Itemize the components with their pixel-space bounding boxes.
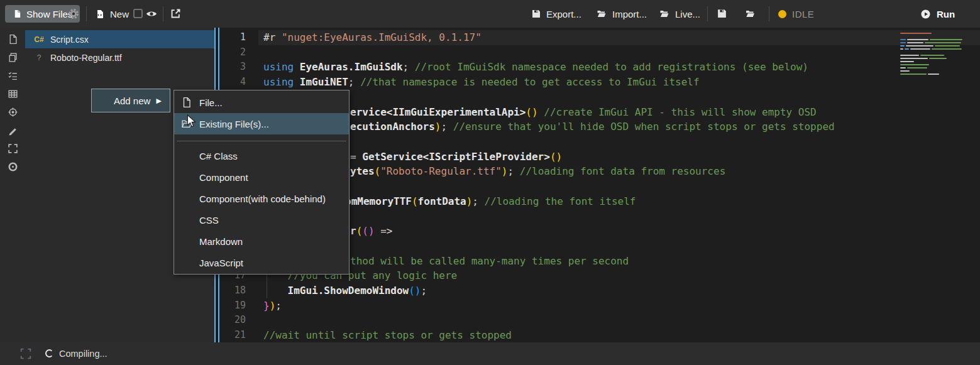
- code-line[interactable]: ImGui.ShowDemoWindow();: [219, 283, 980, 298]
- code-token: (): [550, 151, 562, 163]
- status-label: IDLE: [792, 9, 814, 19]
- file-row[interactable]: C#Script.csx: [25, 30, 214, 48]
- submenu-arrow-icon: ▶: [157, 97, 162, 105]
- add-new-label: Add new: [114, 95, 150, 106]
- add-new-menu-item[interactable]: Add new ▶: [91, 89, 170, 112]
- spinner-icon: [45, 349, 53, 357]
- code-token: ervice<IImGuiExperimentalApi>: [350, 106, 526, 118]
- play-circle-icon: [920, 9, 931, 19]
- menu-item-label: Markdown: [199, 236, 243, 247]
- activity-strip: [0, 28, 25, 342]
- code-line[interactable]: using ImGuiNET; //that namespace is need…: [219, 75, 980, 90]
- live-button[interactable]: Live...: [659, 0, 700, 28]
- code-token: (: [412, 195, 418, 207]
- code-token: //loading font data from resources: [514, 165, 725, 177]
- run-button[interactable]: Run: [920, 0, 955, 28]
- code-token: ): [435, 121, 441, 133]
- code-token: =: [350, 151, 362, 163]
- code-token: ;: [472, 195, 478, 207]
- code-line[interactable]: #r "nuget:EyeAuras.ImGuiSdk, 0.1.17": [219, 30, 980, 45]
- code-token: //create ImGui API - this will show empt…: [538, 106, 817, 118]
- code-token: }: [263, 300, 270, 312]
- folder-open-icon[interactable]: [744, 9, 756, 19]
- toolbar-divider: [769, 6, 769, 21]
- code-token: ): [466, 195, 473, 207]
- menu-item[interactable]: Existing File(s)...: [174, 113, 349, 134]
- menu-item[interactable]: Markdown: [174, 231, 349, 252]
- grid-icon[interactable]: [8, 89, 18, 99]
- toolbar-divider: [86, 6, 87, 21]
- menu-item-label: File...: [199, 97, 223, 108]
- file-name: Script.csx: [50, 35, 89, 45]
- code-token: ytes: [350, 165, 375, 177]
- code-token: ;: [275, 300, 282, 312]
- status-indicator: IDLE: [778, 0, 814, 28]
- code-token: omMemoryTTF: [345, 195, 412, 207]
- gear-icon[interactable]: [68, 8, 79, 19]
- menu-item[interactable]: Component: [174, 166, 349, 188]
- folder-open-icon: [596, 9, 607, 19]
- file-name: Roboto-Regular.ttf: [50, 53, 122, 63]
- file-icon[interactable]: [8, 34, 18, 45]
- code-token: #r: [263, 31, 282, 43]
- toggle-checkbox[interactable]: [133, 9, 143, 18]
- menu-item-label: Component(with code-behind): [199, 193, 326, 204]
- import-button[interactable]: Import...: [596, 0, 647, 28]
- live-label: Live...: [675, 9, 700, 19]
- file-row[interactable]: ?Roboto-Regular.ttf: [25, 48, 214, 67]
- import-label: Import...: [612, 9, 647, 19]
- menu-item[interactable]: File...: [174, 92, 349, 113]
- code-token: using: [263, 61, 300, 73]
- code-token: ;: [507, 165, 514, 177]
- code-token: "Roboto-Regular.ttf": [380, 165, 502, 177]
- code-token: //that namespace is needed to get access…: [355, 76, 700, 88]
- code-line[interactable]: //wait until script stops or gets stoppe…: [219, 328, 980, 342]
- export-label: Export...: [546, 9, 581, 19]
- code-token: thod will be called many-many times per …: [350, 255, 629, 267]
- export-button[interactable]: Export...: [531, 0, 581, 28]
- code-token: (): [526, 106, 537, 118]
- script-editor-window: Show Files New: [0, 0, 980, 365]
- code-line[interactable]: using EyeAuras.ImGuiSdk; //root ImGuiSdk…: [219, 60, 980, 75]
- checklist-icon[interactable]: [8, 70, 18, 81]
- pen-icon[interactable]: [8, 125, 18, 136]
- eye-icon[interactable]: [145, 8, 158, 20]
- save-icon: [531, 9, 541, 19]
- menu-item[interactable]: C# Class: [174, 145, 349, 166]
- code-line[interactable]: [219, 45, 980, 60]
- menu-separator: [177, 141, 346, 141]
- fullscreen-icon[interactable]: [20, 348, 31, 359]
- code-token: EyeAuras.ImGuiSdk: [300, 61, 403, 73]
- code-token: GetService<IScriptFileProvider>: [362, 151, 550, 163]
- code-token: ImGuiNET: [300, 76, 348, 88]
- code-line[interactable]: });: [219, 298, 980, 313]
- code-token: (: [356, 225, 363, 237]
- file-icon: [13, 9, 22, 19]
- menu-item[interactable]: JavaScript: [174, 252, 349, 273]
- expand-icon[interactable]: [8, 143, 18, 154]
- status-bar: Compiling...: [0, 342, 980, 365]
- folder-open-icon: [659, 9, 670, 19]
- pages-icon[interactable]: [8, 52, 18, 63]
- code-line[interactable]: [219, 313, 980, 328]
- code-token: //wait until script stops or gets stoppe…: [263, 329, 512, 341]
- record-icon[interactable]: [8, 161, 18, 172]
- new-button[interactable]: New: [95, 0, 129, 28]
- save-icon[interactable]: [717, 8, 727, 19]
- toolbar-divider: [707, 6, 708, 21]
- unknown-file-icon: ?: [33, 53, 45, 62]
- menu-item-label: CSS: [199, 215, 219, 226]
- new-file-icon: [95, 9, 105, 19]
- open-external-icon[interactable]: [170, 8, 182, 19]
- code-token: using: [263, 76, 300, 88]
- code-token: ;: [441, 121, 448, 133]
- toolbar-divider: [163, 6, 163, 21]
- menu-item[interactable]: Component(with code-behind): [174, 188, 349, 209]
- status-dot-icon: [778, 10, 786, 18]
- show-files-label: Show Files: [26, 9, 72, 19]
- code-token: r: [350, 225, 356, 237]
- code-token: ;: [403, 61, 409, 73]
- run-label: Run: [937, 9, 955, 19]
- target-icon[interactable]: [8, 107, 18, 117]
- menu-item[interactable]: CSS: [174, 209, 349, 231]
